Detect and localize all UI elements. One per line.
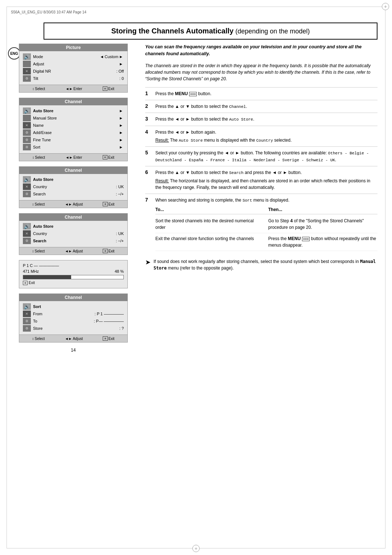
progress-info-row: P 1 C — ————— <box>23 263 124 268</box>
lr-icon-4: ◄► <box>65 249 72 253</box>
sort-menu-footer: ↕ Select ◄► Adjust ≡ Exit <box>19 335 127 342</box>
menu-row-name: ✕ Name ► <box>23 122 124 129</box>
reg-mark-bottom-left <box>192 545 200 552</box>
store-label: Store <box>33 326 119 331</box>
note-text: If sound does not work regularly after s… <box>154 258 377 271</box>
speaker-icon-2 <box>23 61 31 67</box>
result-row-6: Result: The horizontal bar is displayed,… <box>155 178 377 191</box>
lr-icon-5: ◄► <box>65 337 72 341</box>
progress-freq-row: 471 MHz 48 % <box>23 269 124 274</box>
autostore2-label: Auto Store <box>33 177 124 182</box>
title-normal: (depending on the model) <box>233 28 310 35</box>
to-label: To <box>33 319 94 323</box>
search2-value: : −/+ <box>116 239 124 243</box>
right-arrow-manual: ► <box>119 116 123 120</box>
cross-icon-3: ✕ <box>23 183 31 190</box>
note-section: ➤ If sound does not work regularly after… <box>145 258 377 271</box>
left-column: Picture 🔊 Mode ◄ Custom ► Adjust ► ✕ Dig… <box>19 44 128 353</box>
step-num-5: 5 <box>145 147 155 166</box>
speaker-icon-3: 🔊 <box>23 108 31 114</box>
progress-bar-container <box>23 275 124 279</box>
eng-badge: ENG <box>8 47 20 60</box>
reg-mark-top-right <box>382 3 389 10</box>
percent-value: 48 % <box>115 269 124 274</box>
tilt-value: : 0 <box>119 76 124 81</box>
menu-sym-3: ≡ <box>103 202 107 206</box>
step-num-6: 6 <box>145 166 155 194</box>
menu-row-from: ✕ From : P 1 ————— <box>23 311 124 317</box>
gear-icon-7: ⚙ <box>23 318 31 324</box>
right-arrow-mode: ► <box>119 54 123 59</box>
step-row-1: 1 Press the MENU ≡≡≡ button. <box>145 87 377 100</box>
menu-row-search1: ⚙ Search : −/+ <box>23 191 124 197</box>
menu-row-digital-nr: ✕ Digital NR : Off <box>23 68 124 74</box>
country-label: Country <box>33 185 116 189</box>
updown-icon-1: ↕ <box>32 87 34 91</box>
right-column: You can scan the frequency ranges availa… <box>145 44 377 271</box>
title-bold: Storing the Channels Automatically <box>111 27 233 35</box>
sort-menu-body: 🔊 Sort ✕ From : P 1 ————— ⚙ To : P— ————… <box>19 301 127 335</box>
gear-icon-5: ⚙ <box>23 191 31 197</box>
footer-enter-1: ◄► Enter <box>66 86 82 91</box>
footer-select-2: ↕ Select <box>32 155 45 159</box>
freq-value: 471 MHz <box>23 269 39 274</box>
gear-icon-1: ⚙ <box>23 75 31 82</box>
menu-sym-1: ≡ <box>103 86 107 91</box>
footer-adjust-1: ◄► Adjust <box>65 202 83 206</box>
country2-value: : UK <box>116 231 124 236</box>
note-arrow: ➤ <box>145 258 151 267</box>
footer-adjust-2: ◄► Adjust <box>65 249 83 253</box>
to-text-2: Exit the channel store function sorting … <box>155 235 268 248</box>
updown-icon-5: ↕ <box>32 337 34 341</box>
tilt-label: Tilt <box>33 76 119 81</box>
progress-bar-fill <box>23 275 71 279</box>
step-content-6: Press the ▲ or ▼ button to select the Se… <box>155 166 377 194</box>
step-num-1: 1 <box>145 87 155 100</box>
channel-menu-box-2: Channel 🔊 Auto Store ✕ Country : UK ⚙ Se… <box>19 166 128 208</box>
sort1-label: Sort <box>33 145 118 149</box>
step-content-1: Press the MENU ≡≡≡ button. <box>155 87 377 100</box>
step-row-2: 2 Press the ▲ or ▼ button to select the … <box>145 100 377 113</box>
left-arrow-mode: ◄ <box>100 54 104 59</box>
picture-menu-footer: ↕ Select ◄► Enter ≡ Exit <box>19 85 127 92</box>
step-num-4: 4 <box>145 126 155 147</box>
then-header: Then... <box>268 206 377 213</box>
lr-icon-3: ◄► <box>65 202 72 206</box>
right-arrow-name: ► <box>119 123 123 127</box>
channel-menu-footer-2: ↕ Select ◄► Adjust ≡ Exit <box>19 200 127 208</box>
channel-menu-footer-3: ↕ Select ◄► Adjust ≡ Exit <box>19 247 127 255</box>
menu-row-adderase: ⚙ Add/Erase ► <box>23 129 124 136</box>
autostore-label: Auto Store <box>33 109 118 113</box>
sort-menu-box: Channel 🔊 Sort ✕ From : P 1 ————— ⚙ To :… <box>19 293 128 343</box>
intro-text-2: The channels are stored in the order in … <box>145 63 371 81</box>
step-row-4: 4 Press the ◄ or ► button again. Result:… <box>145 126 377 147</box>
sort-menu-header: Channel <box>19 294 127 301</box>
speaker-icon-4 <box>23 115 31 121</box>
then-text-1: Go to Step 4 of the "Sorting the Stored … <box>268 218 377 231</box>
menu-row-autostore3: 🔊 Auto Store <box>23 223 124 230</box>
adderase-label: Add/Erase <box>33 130 118 135</box>
step-row-6: 6 Press the ▲ or ▼ button to select the … <box>145 166 377 194</box>
menu-sym-5: ≡ <box>23 281 28 285</box>
page-title: Storing the Channels Automatically (depe… <box>44 23 377 40</box>
finetune-label: Fine Tune <box>33 138 118 142</box>
search1-value: : −/+ <box>116 192 124 196</box>
footer-select-1: ↕ Select <box>32 86 45 91</box>
right-arrow-sort1: ► <box>119 145 123 149</box>
channel-menu-box-1: Channel 🔊 Auto Store ► Manual Store ► ✕ … <box>19 98 128 161</box>
page-number: 14 <box>19 348 128 353</box>
digital-nr-value: : Off <box>116 69 124 73</box>
menu-row-finetune: ⚙ Fine Tune ► <box>23 137 124 143</box>
sort-title-label: Sort <box>33 304 124 309</box>
step-row-7: 7 When searching and storing is complete… <box>145 194 377 254</box>
gear-icon-6: ⚙ <box>23 238 31 244</box>
channel-menu-box-3: Channel 🔊 Auto Store ✕ Country : UK ⚙ Se… <box>19 213 128 255</box>
gear-icon-8: ⚙ <box>23 325 31 332</box>
cross-icon-4: ✕ <box>23 230 31 237</box>
footer-select-4: ↕ Select <box>32 249 45 253</box>
result-label-6: Result: <box>155 178 169 183</box>
step-row-3: 3 Press the ◄ or ► button to select the … <box>145 113 377 126</box>
intro-para-1: You can scan the frequency ranges availa… <box>145 44 377 57</box>
then-text-2: Press the MENU ≡≡≡ button without repeat… <box>268 235 377 248</box>
result-row-4: Result: The Auto Store menu is displayed… <box>155 137 377 144</box>
